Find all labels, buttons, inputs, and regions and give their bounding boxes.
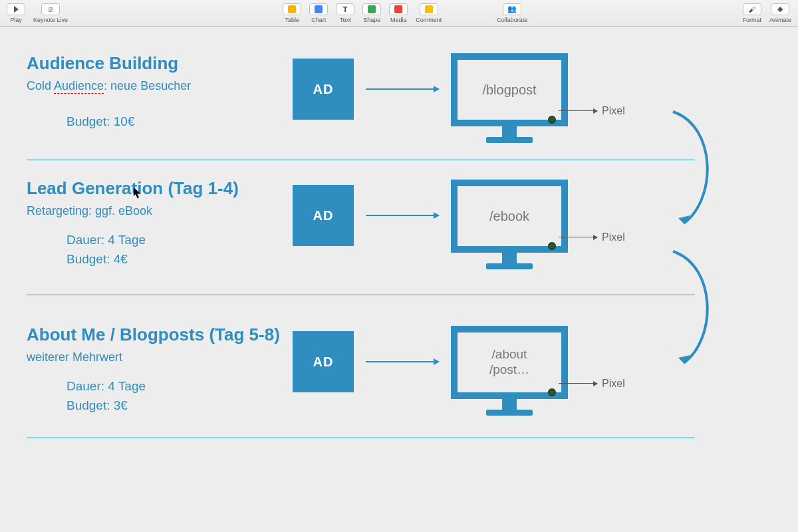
monitor-icon: /about /post…: [451, 326, 568, 416]
monitor-screen: /blogpost: [451, 53, 568, 126]
section-title: About Me / Blogposts (Tag 5-8): [27, 325, 771, 345]
section-details: Dauer: 4 Tage Budget: 3€: [66, 376, 771, 416]
toolbar-chart-button[interactable]: Chart: [309, 3, 328, 23]
keynote-live-label: Keynote Live: [33, 17, 68, 23]
comment-icon: [425, 5, 433, 13]
toolbar-right-group: 🖌 Format ◆ Animate: [742, 3, 791, 23]
pixel-label: Pixel: [602, 231, 625, 243]
toolbar-text-button[interactable]: TText: [336, 3, 354, 23]
section-about-me: About Me / Blogposts (Tag 5-8) weiterer …: [27, 325, 771, 416]
brush-icon: 🖌: [743, 3, 761, 15]
pixel-dot-icon: [548, 242, 556, 250]
pixel-dot-icon: [548, 116, 556, 124]
flow-arrow-icon: [665, 246, 725, 372]
toolbar-center-group: TableChartTTextShapeMediaComment: [283, 3, 442, 23]
toolbar-media-button[interactable]: Media: [389, 3, 408, 23]
flow-arrow-icon: [665, 106, 725, 233]
monitor-screen: /ebook: [451, 180, 568, 253]
toolbar-table-button[interactable]: Table: [283, 3, 301, 23]
divider: [27, 295, 695, 295]
cursor-icon: [134, 188, 142, 199]
pixel-pointer: [559, 237, 597, 237]
pixel-pointer: [559, 110, 597, 111]
monitor-screen: /about /post…: [451, 326, 568, 399]
play-icon: [14, 6, 19, 13]
section-subtitle: Cold Audience: neue Besucher: [27, 79, 771, 93]
collaborate-button[interactable]: 👥 Collaborate: [497, 3, 527, 23]
monitor-icon: /ebook: [451, 180, 568, 269]
ad-block: AD: [293, 331, 354, 392]
format-button[interactable]: 🖌 Format: [742, 3, 761, 23]
keynote-live-button[interactable]: Keynote Live: [33, 3, 68, 23]
play-label: Play: [10, 17, 22, 23]
toolbar-left-group: Play Keynote Live: [7, 3, 68, 23]
arrow-icon: [366, 88, 439, 90]
pixel-label: Pixel: [602, 378, 625, 390]
shape-icon: [368, 5, 376, 13]
monitor-icon: /blogpost: [451, 53, 568, 143]
divider: [27, 438, 695, 438]
ad-block: AD: [293, 185, 354, 246]
arrow-icon: [366, 215, 439, 216]
toolbar-comment-button[interactable]: Comment: [416, 3, 442, 23]
divider: [27, 160, 695, 160]
ad-block: AD: [293, 59, 354, 120]
slide-canvas[interactable]: Audience Building Cold Audience: neue Be…: [0, 27, 798, 532]
toolbar-shape-button[interactable]: Shape: [362, 3, 381, 23]
media-icon: [394, 5, 402, 13]
collaborate-label: Collaborate: [497, 17, 527, 23]
diamond-icon: ◆: [771, 3, 789, 15]
table-icon: [288, 5, 296, 13]
pixel-dot-icon: [548, 388, 556, 396]
pixel-label: Pixel: [602, 105, 625, 117]
arrow-icon: [366, 361, 439, 362]
pixel-pointer: [559, 383, 597, 384]
section-audience-building: Audience Building Cold Audience: neue Be…: [27, 53, 771, 131]
play-button[interactable]: Play: [7, 3, 25, 23]
chart-icon: [315, 5, 323, 13]
app-toolbar: Play Keynote Live TableChartTTextShapeMe…: [0, 0, 798, 27]
broadcast-icon: [49, 5, 53, 13]
animate-button[interactable]: ◆ Animate: [769, 3, 791, 23]
section-title: Audience Building: [27, 53, 771, 74]
toolbar-collab-group: 👥 Collaborate: [497, 3, 527, 23]
